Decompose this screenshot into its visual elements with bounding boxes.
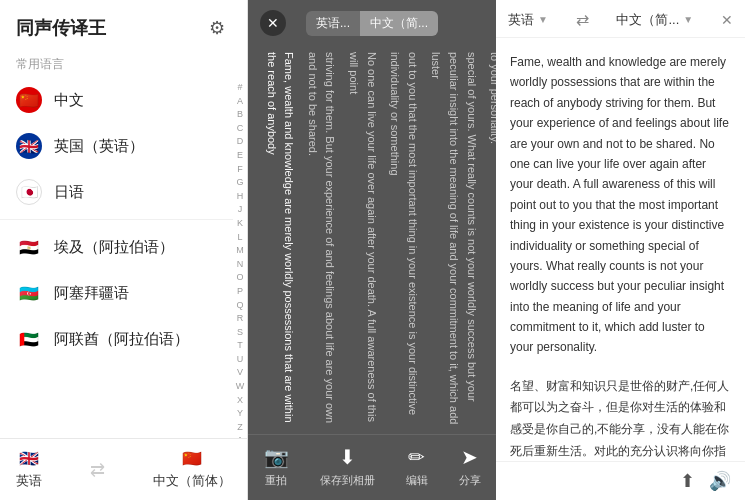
swap-languages-button[interactable]: ⇄ — [90, 459, 105, 481]
right-swap-button[interactable]: ⇄ — [576, 10, 589, 29]
camera-icon: 📷 — [264, 445, 289, 469]
lang-name-ae: 阿联酋（阿拉伯语） — [54, 330, 189, 349]
chevron-down-icon-2: ▼ — [683, 14, 693, 25]
target-flag: 🇨🇳 — [182, 449, 202, 468]
section-label: 常用语言 — [0, 50, 247, 77]
lang-name-ja: 日语 — [54, 183, 84, 202]
alpha-index: # A B C D E F G H J K L M N O P Q R S T — [233, 77, 247, 438]
mid-top-bar: ✕ 英语... 中文（简... — [248, 0, 496, 44]
app-title: 同声传译王 — [16, 16, 106, 40]
right-panel: 英语 ▼ ⇄ 中文（简... ▼ ✕ Fame, wealth and know… — [496, 0, 745, 500]
list-item[interactable]: 🇦🇿 阿塞拜疆语 — [0, 270, 233, 316]
right-close-button[interactable]: ✕ — [721, 12, 733, 28]
mid-text-col-1: Fame, wealth and knowledge are merely wo… — [262, 52, 297, 426]
right-header: 英语 ▼ ⇄ 中文（简... ▼ ✕ — [496, 0, 745, 38]
mid-text-col-6: to your personality. — [486, 52, 496, 426]
settings-button[interactable]: ⚙ — [203, 14, 231, 42]
list-item[interactable]: 🇪🇬 埃及（阿拉伯语） — [0, 224, 233, 270]
edit-label: 编辑 — [406, 473, 428, 488]
mid-text-col-2: striving for them. But your experience o… — [303, 52, 338, 426]
language-list: 🇨🇳 中文 🇬🇧 英国（英语） 🇯🇵 日语 — [0, 77, 247, 438]
lang-name-eg: 埃及（阿拉伯语） — [54, 238, 174, 257]
gear-icon: ⚙ — [209, 17, 225, 39]
mid-text-col-5: special of yours. What really counts is … — [427, 52, 480, 426]
mid-content: Fame, wealth and knowledge are merely wo… — [248, 44, 496, 434]
right-target-lang[interactable]: 中文（简... ▼ — [616, 11, 693, 29]
right-cn-text: 名望、财富和知识只是世俗的财产,任何人都可以为之奋斗，但是你对生活的体验和感受是… — [510, 376, 731, 461]
flag-cn: 🇨🇳 — [16, 87, 42, 113]
lang-name-az: 阿塞拜疆语 — [54, 284, 129, 303]
flag-ae: 🇦🇪 — [16, 326, 42, 352]
chevron-down-icon: ▼ — [538, 14, 548, 25]
mid-panel: ✕ 英语... 中文（简... Fame, wealth and knowled… — [248, 0, 496, 500]
right-content: Fame, wealth and knowledge are merely wo… — [496, 38, 745, 461]
share-button[interactable]: ➤ 分享 — [459, 445, 481, 488]
mid-bottom-bar: 📷 重拍 ⬇ 保存到相册 ✏ 编辑 ➤ 分享 — [248, 434, 496, 500]
source-flag: 🇬🇧 — [19, 449, 39, 468]
right-speak-button[interactable]: 🔊 — [709, 470, 731, 492]
lang-name-zh: 中文 — [54, 91, 84, 110]
target-lang-label: 中文（简体） — [153, 472, 231, 490]
right-bottom-actions: ⬆ 🔊 — [496, 461, 745, 500]
left-panel: 同声传译王 ⚙ 常用语言 🇨🇳 中文 🇬🇧 英国（英语 — [0, 0, 248, 500]
source-lang-selector[interactable]: 🇬🇧 英语 — [16, 449, 42, 490]
source-lang-label: 英语 — [16, 472, 42, 490]
mid-text-col-4: out to you that the most important thing… — [386, 52, 421, 426]
right-source-lang[interactable]: 英语 ▼ — [508, 11, 548, 29]
mid-tab-cn[interactable]: 中文（简... — [360, 11, 438, 36]
lang-name-en: 英国（英语） — [54, 137, 144, 156]
share-icon: ➤ — [461, 445, 478, 469]
left-bottom-bar: 🇬🇧 英语 ⇄ 🇨🇳 中文（简体） — [0, 438, 247, 500]
flag-eg: 🇪🇬 — [16, 234, 42, 260]
target-lang-selector[interactable]: 🇨🇳 中文（简体） — [153, 449, 231, 490]
left-header: 同声传译王 ⚙ — [0, 0, 247, 50]
mid-text-area: Fame, wealth and knowledge are merely wo… — [248, 44, 496, 434]
list-item[interactable]: 🇯🇵 日语 — [0, 169, 233, 215]
flag-az: 🇦🇿 — [16, 280, 42, 306]
right-en-text: Fame, wealth and knowledge are merely wo… — [510, 52, 731, 358]
mid-tab-en[interactable]: 英语... — [306, 11, 360, 36]
save-photo-label: 保存到相册 — [320, 473, 375, 488]
list-item[interactable]: 🇬🇧 英国（英语） — [0, 123, 233, 169]
edit-icon: ✏ — [408, 445, 425, 469]
right-source-lang-label: 英语 — [508, 11, 534, 29]
mid-lang-tabs: 英语... 中文（简... — [306, 11, 438, 36]
close-icon: ✕ — [267, 15, 279, 31]
mid-text-col-3: No one can live your life over again aft… — [344, 52, 379, 426]
right-target-lang-label: 中文（简... — [616, 11, 679, 29]
mid-vertical-text: Fame, wealth and knowledge are merely wo… — [248, 44, 496, 434]
right-share-button[interactable]: ⬆ — [680, 470, 695, 492]
share-label: 分享 — [459, 473, 481, 488]
edit-button[interactable]: ✏ 编辑 — [406, 445, 428, 488]
retake-button[interactable]: 📷 重拍 — [264, 445, 289, 488]
list-item[interactable]: 🇦🇪 阿联酋（阿拉伯语） — [0, 316, 233, 362]
download-icon: ⬇ — [339, 445, 356, 469]
language-items: 🇨🇳 中文 🇬🇧 英国（英语） 🇯🇵 日语 — [0, 77, 233, 438]
mid-close-button[interactable]: ✕ — [260, 10, 286, 36]
flag-jp: 🇯🇵 — [16, 179, 42, 205]
flag-uk: 🇬🇧 — [16, 133, 42, 159]
list-item[interactable]: 🇨🇳 中文 — [0, 77, 233, 123]
retake-label: 重拍 — [265, 473, 287, 488]
save-photo-button[interactable]: ⬇ 保存到相册 — [320, 445, 375, 488]
